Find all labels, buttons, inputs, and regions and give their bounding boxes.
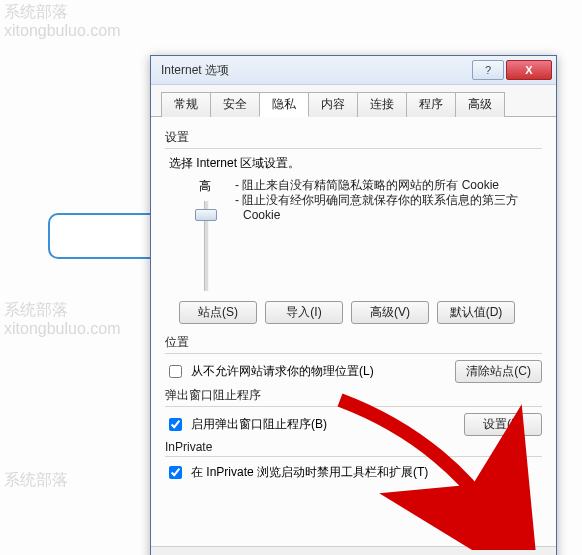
tab-strip: 常规 安全 隐私 内容 连接 程序 高级 (151, 85, 556, 117)
tab-privacy[interactable]: 隐私 (259, 92, 309, 117)
privacy-panel: 设置 选择 Internet 区域设置。 高 - 阻止来自没有精简隐私策略的网站… (151, 117, 556, 546)
tab-programs[interactable]: 程序 (406, 92, 456, 117)
watermark-text: xitongbuluo.com (4, 22, 121, 40)
advanced-button[interactable]: 高级(V) (351, 301, 429, 324)
privacy-slider[interactable] (193, 201, 217, 291)
import-button[interactable]: 导入(I) (265, 301, 343, 324)
watermark-text: 系统部落 (4, 2, 68, 23)
watermark-text: xitongbuluo.com (4, 320, 121, 338)
slider-thumb[interactable] (195, 209, 217, 221)
clear-sites-button[interactable]: 清除站点(C) (455, 360, 542, 383)
privacy-desc: - 阻止来自没有精简隐私策略的网站的所有 Cookie - 阻止没有经你明确同意… (235, 178, 542, 291)
tab-advanced[interactable]: 高级 (455, 92, 505, 117)
divider (165, 456, 542, 457)
window-title: Internet 选项 (161, 62, 470, 79)
privacy-bullet-2: - 阻止没有经你明确同意就保存你的联系信息的第三方 Cookie (235, 193, 542, 223)
sites-button[interactable]: 站点(S) (179, 301, 257, 324)
location-checkbox[interactable] (169, 365, 182, 378)
tab-content[interactable]: 内容 (308, 92, 358, 117)
popup-settings-button[interactable]: 设置(E) (464, 413, 542, 436)
privacy-level-label: 高 (199, 178, 211, 195)
default-button[interactable]: 默认值(D) (437, 301, 515, 324)
close-button[interactable]: X (506, 60, 552, 80)
group-settings-label: 设置 (165, 129, 542, 146)
divider (165, 353, 542, 354)
internet-options-dialog: Internet 选项 ? X 常规 安全 隐私 内容 连接 程序 高级 设置 … (150, 55, 557, 555)
inprivate-checkbox-label: 在 InPrivate 浏览启动时禁用工具栏和扩展(T) (191, 464, 428, 481)
dialog-footer: 确定 取消 应用(A) (151, 546, 556, 555)
group-popup-label: 弹出窗口阻止程序 (165, 387, 542, 404)
location-checkbox-label: 从不允许网站请求你的物理位置(L) (191, 363, 374, 380)
popup-checkbox[interactable] (169, 418, 182, 431)
inprivate-checkbox[interactable] (169, 466, 182, 479)
watermark-text: 系统部落 (4, 300, 68, 321)
popup-checkbox-label: 启用弹出窗口阻止程序(B) (191, 416, 327, 433)
tab-general[interactable]: 常规 (161, 92, 211, 117)
help-button[interactable]: ? (472, 60, 504, 80)
settings-desc: 选择 Internet 区域设置。 (169, 155, 542, 172)
privacy-bullet-1: - 阻止来自没有精简隐私策略的网站的所有 Cookie (235, 178, 542, 193)
tab-security[interactable]: 安全 (210, 92, 260, 117)
titlebar[interactable]: Internet 选项 ? X (151, 56, 556, 85)
divider (165, 406, 542, 407)
tab-connections[interactable]: 连接 (357, 92, 407, 117)
background-rounded-rect (48, 213, 160, 259)
group-inprivate-label: InPrivate (165, 440, 542, 454)
group-location-label: 位置 (165, 334, 542, 351)
watermark-text: 系统部落 (4, 470, 68, 491)
divider (165, 148, 542, 149)
